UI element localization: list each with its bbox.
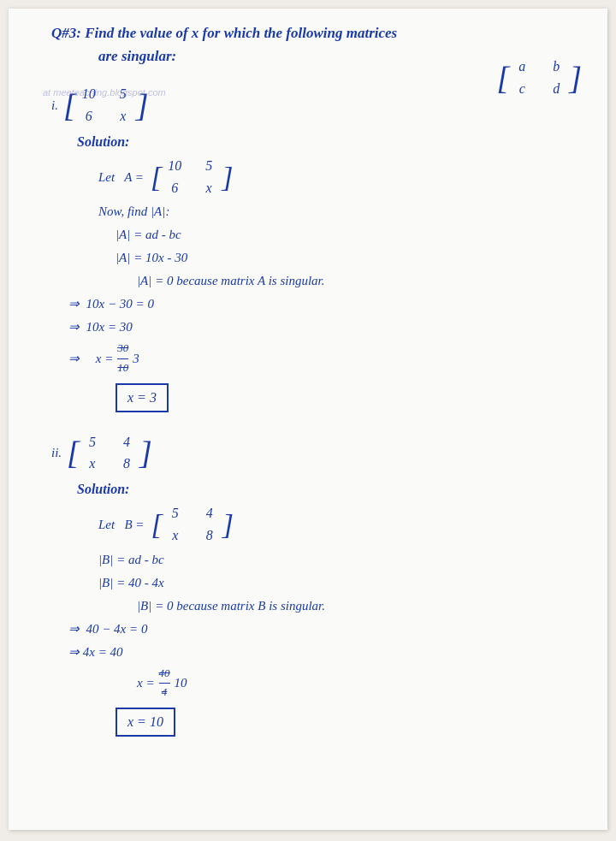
- part-i-step1: Now, find |A|:: [98, 201, 582, 222]
- let-cell-5: 5: [199, 155, 218, 177]
- part-ii-answer: x = 10: [116, 704, 582, 740]
- part-i-step6: ⇒ 10x = 30: [68, 317, 582, 337]
- arrow5: ⇒ 4x = 40: [68, 645, 123, 659]
- arrow3: ⇒ x =: [68, 348, 113, 369]
- part-ii-row2: x 8: [83, 453, 136, 475]
- part-i-let-text: Let A =: [98, 167, 144, 187]
- let-b-cell-8: 8: [200, 524, 219, 547]
- cell-4: 4: [117, 431, 136, 453]
- result-10: 10: [175, 672, 187, 693]
- let-b-matrix-content: 5 4 x 8: [166, 502, 219, 546]
- part-ii-solution-label: Solution:: [77, 478, 582, 500]
- x-eq: x =: [137, 672, 155, 693]
- let-cell-10: 10: [165, 155, 184, 177]
- top-right-matrix: [ a b c d ]: [496, 56, 582, 99]
- part-ii-matrix-content: 5 4 x 8: [83, 431, 136, 475]
- matrix-row-1: a b: [512, 56, 566, 78]
- part-i-answer: x = 3: [116, 380, 582, 416]
- let-b-row2: x 8: [166, 524, 219, 547]
- cell-c: c: [512, 78, 531, 100]
- let-bracket-right: ]: [222, 163, 233, 192]
- arrow4: ⇒ 40 − 4x = 0: [68, 622, 147, 636]
- part-i-step5: ⇒ 10x − 30 = 0: [68, 293, 582, 314]
- cell-b: b: [547, 56, 566, 78]
- part-i-row2: 6 x: [80, 105, 133, 127]
- content: Q#3: Find the value of x for which the f…: [51, 21, 582, 740]
- fraction-container: 30 10: [117, 340, 128, 377]
- cell-a: a: [512, 56, 531, 78]
- part-ii-matrix-row: ii. [ 5 4 x 8 ]: [51, 431, 582, 475]
- let-b-cell-5: 5: [166, 502, 185, 524]
- let-b-row1: 5 4: [166, 502, 219, 524]
- part-ii-step1: |B| = ad - bc: [98, 549, 582, 570]
- part-ii-label: ii.: [51, 442, 62, 463]
- part-i-step2: |A| = ad - bc: [116, 224, 582, 245]
- fraction-container-ii: 40 4: [159, 665, 170, 702]
- numerator: 30: [117, 340, 128, 359]
- page: Q#3: Find the value of x for which the f…: [9, 9, 607, 830]
- part-i-step7: ⇒ x = 30 10 3: [68, 340, 582, 377]
- part-ii-let-line: Let B = [ 5 4 x 8 ]: [98, 502, 582, 546]
- part-ii-step6: x = 40 4 10: [137, 665, 582, 702]
- arrow2: ⇒ 10x = 30: [68, 320, 133, 334]
- cell-x2: x: [83, 453, 102, 475]
- part-ii-section: ii. [ 5 4 x 8 ]: [51, 431, 582, 740]
- cell-8: 8: [117, 453, 136, 475]
- let-b-bracket-right: ]: [222, 510, 234, 539]
- denominator: 10: [117, 359, 128, 377]
- arrow1: ⇒ 10x − 30 = 0: [68, 297, 154, 311]
- part-ii-step4: ⇒ 40 − 4x = 0: [68, 619, 582, 639]
- part-ii-step5: ⇒ 4x = 40: [68, 642, 582, 662]
- part-i-section: i. [ 10 5 6 x ]: [51, 83, 582, 415]
- cell-x: x: [114, 105, 133, 127]
- let-b-cell-4: 4: [200, 502, 219, 524]
- part-ii-row1: 5 4: [83, 431, 136, 453]
- part-ii-let-text: Let B =: [98, 514, 144, 535]
- part-ii-matrix: [ 5 4 x 8 ]: [67, 431, 152, 475]
- part-ii-step2: |B| = 40 - 4x: [98, 572, 582, 593]
- numerator-ii: 40: [159, 665, 170, 684]
- part-ii-step3: |B| = 0 because matrix B is singular.: [137, 595, 582, 616]
- let-bracket-left: [: [151, 163, 162, 192]
- bracket-right: ]: [569, 62, 582, 94]
- cell-d: d: [547, 78, 566, 100]
- let-b-cell-x: x: [166, 524, 185, 547]
- let-matrix-content: 10 5 6 x: [165, 155, 218, 198]
- denominator-ii: 4: [162, 684, 168, 702]
- cell-6: 6: [80, 105, 98, 127]
- let-row2: 6 x: [165, 177, 218, 199]
- result-3: 3: [133, 348, 139, 369]
- part-i-solution-label: Solution:: [77, 131, 582, 153]
- watermark: at meeteaching.blogspot.com: [43, 86, 166, 101]
- let-row1: 10 5: [165, 155, 218, 177]
- matrix-content: a b c d: [512, 56, 566, 99]
- matrix-row-2: c d: [512, 78, 566, 100]
- let-cell-x: x: [199, 177, 218, 199]
- part-i-step3: |A| = 10x - 30: [116, 247, 582, 268]
- let-cell-6: 6: [165, 177, 184, 199]
- header-line1: Q#3: Find the value of x for which the f…: [51, 21, 582, 44]
- part-ii-bracket-right: ]: [139, 436, 152, 469]
- cell-5: 5: [83, 431, 102, 453]
- part-ii-bracket-left: [: [67, 436, 80, 469]
- part-ii-let-matrix: [ 5 4 x 8 ]: [151, 502, 233, 546]
- part-ii-boxed-answer: x = 10: [116, 708, 175, 737]
- part-i-step4: |A| = 0 because matrix A is singular.: [137, 270, 582, 291]
- part-i-let-matrix: [ 10 5 6 x ]: [151, 155, 233, 198]
- bracket-left: [: [496, 62, 509, 94]
- part-i-boxed-answer: x = 3: [116, 383, 169, 412]
- let-b-bracket-left: [: [151, 510, 162, 539]
- part-i-let-line: Let A = [ 10 5 6 x ]: [98, 155, 582, 198]
